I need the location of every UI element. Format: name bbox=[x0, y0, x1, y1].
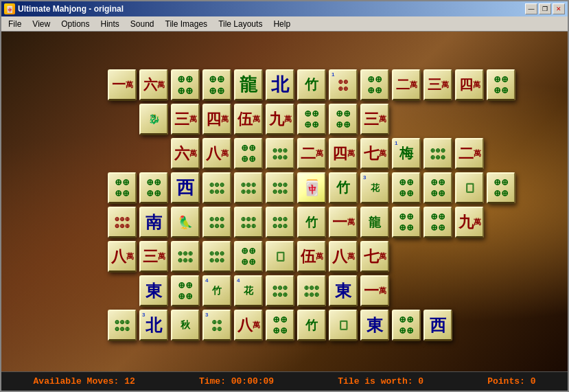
tile[interactable]: 北 bbox=[266, 69, 294, 101]
tile[interactable]: 三萬 bbox=[139, 241, 168, 273]
tile[interactable]: ⊕⊕⊕⊕ bbox=[329, 104, 358, 135]
tile[interactable]: ⊕⊕⊕⊕⊕⊕ bbox=[423, 138, 452, 170]
menu-tile-images[interactable]: Tile Images bbox=[160, 18, 213, 30]
tile[interactable]: 3⊕⊕⊕⊕ bbox=[202, 310, 231, 341]
tile[interactable]: ⊕⊕⊕⊕ bbox=[234, 241, 263, 273]
tile[interactable]: 二萬 bbox=[392, 69, 421, 101]
tile[interactable]: ⊕⊕⊕⊕ bbox=[266, 310, 294, 341]
tile[interactable]: ⊕⊕⊕⊕⊕⊕ bbox=[171, 241, 200, 273]
tile[interactable]: 七萬 bbox=[360, 241, 389, 273]
tile[interactable]: 伍萬 bbox=[297, 241, 326, 273]
menu-options[interactable]: Options bbox=[56, 18, 95, 30]
tile[interactable]: 八萬 bbox=[108, 241, 137, 273]
tile[interactable]: 西 bbox=[171, 172, 200, 204]
tile[interactable]: 三萬 bbox=[423, 69, 452, 101]
tile[interactable]: 竹 bbox=[297, 69, 326, 101]
tile[interactable]: 六萬 bbox=[171, 138, 200, 170]
tile[interactable]: 竹 bbox=[329, 172, 358, 204]
menu-file[interactable]: File bbox=[3, 18, 27, 30]
tile[interactable]: 南 bbox=[139, 207, 168, 238]
tile[interactable]: 三萬 bbox=[360, 104, 389, 135]
tile[interactable]: ⊕⊕⊕⊕ bbox=[487, 69, 515, 101]
tile[interactable]: ⊕⊕⊕⊕⊕⊕ bbox=[234, 207, 263, 238]
tile[interactable]: 四萬 bbox=[455, 69, 484, 101]
tile[interactable]: 4竹 bbox=[202, 275, 231, 307]
tile[interactable]: ⊕⊕⊕⊕⊕⊕ bbox=[266, 275, 294, 307]
tile[interactable]: 一萬 bbox=[108, 69, 137, 101]
close-button[interactable]: ✕ bbox=[553, 3, 565, 14]
menu-hints[interactable]: Hints bbox=[95, 18, 125, 30]
tile[interactable]: 一萬 bbox=[360, 275, 389, 307]
tile[interactable]: 1⊕⊕⊕⊕ bbox=[329, 69, 358, 101]
tile[interactable]: ⊕⊕⊕⊕⊕⊕ bbox=[297, 275, 326, 307]
tile[interactable]: ⊕⊕⊕⊕⊕⊕ bbox=[202, 207, 231, 238]
tile[interactable]: ⊕⊕⊕⊕⊕⊕ bbox=[266, 172, 294, 204]
tile[interactable]: 東 bbox=[329, 275, 358, 307]
tile[interactable]: 伍萬 bbox=[234, 104, 263, 135]
menu-help[interactable]: Help bbox=[268, 18, 296, 30]
tile[interactable]: 龍 bbox=[234, 69, 263, 101]
tile[interactable]: ⊕⊕⊕⊕⊕⊕ bbox=[266, 138, 294, 170]
tile[interactable]: ⊕⊕⊕⊕⊕⊕ bbox=[266, 207, 294, 238]
tile[interactable]: ⊕⊕⊕⊕ bbox=[234, 138, 263, 170]
restore-button[interactable]: ❐ bbox=[539, 3, 551, 14]
tile[interactable]: 七萬 bbox=[360, 138, 389, 170]
tile[interactable]: ⊕⊕⊕⊕⊕⊕ bbox=[202, 172, 231, 204]
app-window: 🀄 Ultimate Mahjong - original — ❐ ✕ File… bbox=[0, 0, 569, 392]
tile[interactable]: 八萬 bbox=[202, 138, 231, 170]
tile[interactable]: ⊕⊕⊕⊕⊕⊕ bbox=[108, 310, 137, 341]
tile[interactable]: 二萬 bbox=[455, 138, 484, 170]
window-controls: — ❐ ✕ bbox=[525, 3, 565, 14]
tile[interactable]: ⊕⊕⊕⊕ bbox=[171, 275, 200, 307]
tile[interactable]: 一萬 bbox=[329, 207, 358, 238]
tile[interactable]: ⊕⊕⊕⊕ bbox=[487, 172, 515, 204]
tile[interactable]: 六萬 bbox=[139, 69, 168, 101]
tile[interactable]: 3北 bbox=[139, 310, 168, 341]
minimize-button[interactable]: — bbox=[525, 3, 537, 14]
tile[interactable]: 四萬 bbox=[202, 104, 231, 135]
tile[interactable]: 🐉 bbox=[139, 104, 168, 135]
tile[interactable]: ⊕⊕⊕⊕ bbox=[392, 207, 421, 238]
tile[interactable]: ⊕⊕⊕⊕ bbox=[392, 310, 421, 341]
tile[interactable]: 東 bbox=[360, 310, 389, 341]
tile[interactable]: ⊕⊕⊕⊕⊕⊕ bbox=[234, 172, 263, 204]
tile[interactable]: 三萬 bbox=[171, 104, 200, 135]
mahjong-board: 一萬 六萬 ⊕⊕⊕⊕ ⊕⊕⊕⊕ 龍 北 竹 1⊕⊕⊕⊕ ⊕⊕⊕⊕ 二萬 三萬 四… bbox=[108, 69, 451, 371]
tile[interactable]: 🀆 bbox=[266, 241, 294, 273]
points: Points: 0 bbox=[487, 376, 535, 387]
tile[interactable]: 4花 bbox=[234, 275, 263, 307]
tile[interactable]: ⊕⊕⊕⊕⊕⊕ bbox=[202, 241, 231, 273]
tile[interactable]: 🀆 bbox=[329, 310, 358, 341]
tile-selected[interactable]: 🀄 bbox=[297, 172, 326, 204]
menu-view[interactable]: View bbox=[27, 18, 56, 30]
tile[interactable]: 西 bbox=[423, 310, 452, 341]
menu-sound[interactable]: Sound bbox=[125, 18, 160, 30]
available-moves: Available Moves: 12 bbox=[34, 376, 135, 387]
tile[interactable]: ⊕⊕⊕⊕ bbox=[392, 172, 421, 204]
tile[interactable]: 八萬 bbox=[329, 241, 358, 273]
tile[interactable]: 秋 bbox=[171, 310, 200, 341]
tile[interactable]: ⊕⊕⊕⊕ bbox=[423, 172, 452, 204]
menu-tile-layouts[interactable]: Tile Layouts bbox=[213, 18, 268, 30]
tile[interactable]: 二萬 bbox=[297, 138, 326, 170]
tile[interactable]: 八萬 bbox=[234, 310, 263, 341]
tile[interactable]: ⊕⊕⊕⊕⊕⊕ bbox=[108, 207, 137, 238]
tile[interactable]: 東 bbox=[139, 275, 168, 307]
tile[interactable]: ⊕⊕⊕⊕ bbox=[202, 69, 231, 101]
tile[interactable]: ⊕⊕⊕⊕ bbox=[423, 207, 452, 238]
tile[interactable]: 竹 bbox=[297, 207, 326, 238]
tile[interactable]: 龍 bbox=[360, 207, 389, 238]
tile[interactable]: ⊕⊕⊕⊕ bbox=[108, 172, 137, 204]
tile[interactable]: 九萬 bbox=[266, 104, 294, 135]
tile[interactable]: ⊕⊕⊕⊕ bbox=[139, 172, 168, 204]
tile[interactable]: 梅1 bbox=[392, 138, 421, 170]
tile[interactable]: 九萬 bbox=[455, 207, 484, 238]
tile[interactable]: ⊕⊕⊕⊕ bbox=[360, 69, 389, 101]
tile[interactable]: ⊕⊕⊕⊕ bbox=[297, 104, 326, 135]
tile[interactable]: ⊕⊕⊕⊕ bbox=[171, 69, 200, 101]
tile[interactable]: 🦜 bbox=[171, 207, 200, 238]
tile[interactable]: 3花 bbox=[360, 172, 389, 204]
tile[interactable]: 🀆 bbox=[455, 172, 484, 204]
tile[interactable]: 竹 bbox=[297, 310, 326, 341]
tile[interactable]: 四萬 bbox=[329, 138, 358, 170]
